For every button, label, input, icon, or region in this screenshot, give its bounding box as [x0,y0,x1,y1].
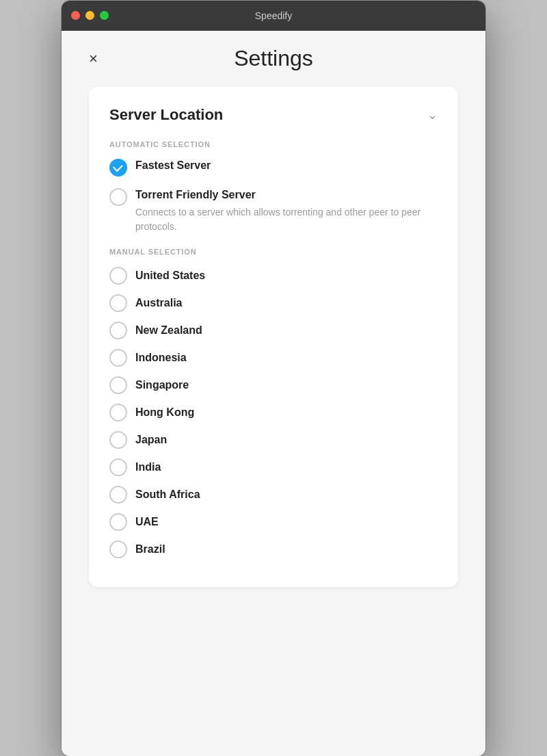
label-hk: Hong Kong [135,406,194,419]
close-traffic-light[interactable] [71,11,80,20]
manual-options-list: United StatesAustraliaNew ZealandIndones… [109,267,438,558]
radio-in[interactable] [109,458,127,476]
fastest-server-radio[interactable] [109,159,127,177]
radio-au[interactable] [109,294,127,312]
fastest-server-text: Fastest Server [135,158,211,173]
manual-option-id[interactable]: Indonesia [109,349,438,367]
radio-ae[interactable] [109,513,127,531]
label-nz: New Zealand [135,324,202,337]
page-title: Settings [234,46,313,71]
label-au: Australia [135,297,182,309]
fastest-server-label: Fastest Server [135,158,211,173]
torrent-server-label: Torrent Friendly Server [135,187,438,203]
chevron-down-icon[interactable]: ⌄ [427,107,438,122]
label-za: South Africa [135,488,200,501]
torrent-server-text: Torrent Friendly Server Connects to a se… [135,187,438,234]
page-header: × Settings [89,51,458,66]
label-us: United States [135,270,205,282]
torrent-server-option[interactable]: Torrent Friendly Server Connects to a se… [109,187,438,234]
section-divider: MANUAL SELECTION [109,248,438,256]
manual-option-in[interactable]: India [109,458,438,476]
radio-hk[interactable] [109,404,127,421]
close-button[interactable]: × [89,51,98,66]
manual-option-nz[interactable]: New Zealand [109,322,438,339]
manual-option-br[interactable]: Brazil [109,540,438,558]
radio-us[interactable] [109,267,127,285]
label-jp: Japan [135,434,167,446]
manual-option-au[interactable]: Australia [109,294,438,312]
card-title: Server Location [109,106,223,124]
manual-option-jp[interactable]: Japan [109,431,438,449]
manual-option-hk[interactable]: Hong Kong [109,404,438,421]
titlebar: Speedify [62,1,485,31]
label-in: India [135,461,161,473]
torrent-server-desc: Connects to a server which allows torren… [135,205,438,234]
maximize-traffic-light[interactable] [100,11,109,20]
manual-option-sg[interactable]: Singapore [109,376,438,394]
manual-section-label: MANUAL SELECTION [109,248,438,256]
automatic-section-label: AUTOMATIC SELECTION [109,140,438,148]
manual-option-ae[interactable]: UAE [109,513,438,531]
manual-option-us[interactable]: United States [109,267,438,285]
manual-option-za[interactable]: South Africa [109,486,438,504]
minimize-traffic-light[interactable] [85,11,94,20]
card-header: Server Location ⌄ [109,106,438,124]
radio-jp[interactable] [109,431,127,449]
label-br: Brazil [135,543,165,556]
app-window: Speedify × Settings Server Location ⌄ AU… [62,1,485,756]
server-location-card: Server Location ⌄ AUTOMATIC SELECTION Fa… [89,87,458,587]
radio-br[interactable] [109,540,127,558]
titlebar-title: Speedify [255,10,292,21]
label-sg: Singapore [135,379,189,391]
torrent-server-radio[interactable] [109,188,127,206]
radio-za[interactable] [109,486,127,504]
radio-sg[interactable] [109,376,127,394]
fastest-server-option[interactable]: Fastest Server [109,158,438,177]
traffic-lights [71,11,109,20]
radio-nz[interactable] [109,322,127,339]
label-ae: UAE [135,516,159,528]
content-area: × Settings Server Location ⌄ AUTOMATIC S… [62,31,485,756]
radio-id[interactable] [109,349,127,367]
label-id: Indonesia [135,352,187,364]
